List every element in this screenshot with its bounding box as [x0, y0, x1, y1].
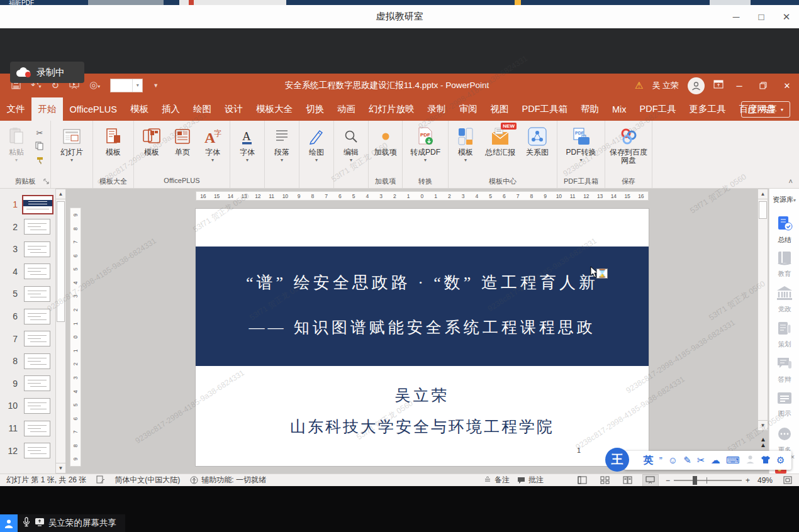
tab-绘图[interactable]: 绘图	[187, 97, 218, 121]
ribbon-button-PDF转换[interactable]: PDFPDF转换▾	[562, 125, 601, 163]
resource-item-总结[interactable]: 总结	[769, 215, 799, 245]
thumbnail-row-10[interactable]: 10	[0, 395, 55, 416]
thumbnail-slide-11[interactable]	[24, 421, 50, 436]
tab-PDF工具箱[interactable]: PDF工具箱	[515, 97, 574, 121]
tab-开始[interactable]: 开始	[31, 97, 63, 121]
thumbnail-slide-2[interactable]	[24, 219, 50, 235]
view-slideshow-button[interactable]	[643, 475, 658, 486]
styles-icon[interactable]: ◎▾	[89, 80, 100, 92]
tab-PDF工具[interactable]: PDF工具	[633, 97, 683, 121]
resource-item-党政[interactable]: 党政	[769, 285, 799, 314]
thumbnail-slide-12[interactable]	[24, 443, 50, 458]
zoom-slider-thumb[interactable]	[693, 476, 697, 485]
meeting-maximize-button[interactable]: □	[749, 5, 774, 28]
ime-tool-icon[interactable]: ☺	[668, 455, 678, 465]
browser-tab[interactable]	[179, 0, 286, 5]
ribbon-button-粘贴[interactable]: 粘贴▾	[3, 125, 30, 163]
ppt-restore-button[interactable]	[751, 74, 775, 97]
thumbnail-row-1[interactable]: 1	[0, 194, 55, 215]
ribbon-display-options-icon[interactable]	[713, 80, 724, 91]
tab-录制[interactable]: 录制	[421, 97, 452, 121]
resource-library-header[interactable]: 资源库▾	[769, 195, 799, 204]
notes-toggle[interactable]: 备注	[484, 475, 510, 485]
comments-toggle[interactable]: 批注	[517, 475, 544, 485]
thumbnail-row-7[interactable]: 7	[0, 328, 55, 350]
tab-插入[interactable]: 插入	[155, 97, 187, 121]
tab-更多工具[interactable]: 更多工具	[683, 97, 732, 121]
resource-item-教育[interactable]: 教育	[769, 250, 799, 279]
ime-tool-icon[interactable]: ☁	[711, 455, 720, 465]
tab-帮助[interactable]: 帮助	[574, 97, 606, 121]
tab-模板[interactable]: 模板	[124, 97, 155, 121]
ime-tool-icon[interactable]: ⚙	[776, 455, 785, 465]
slide-title-banner[interactable]: “谱” 绘安全思政路 · “数” 造工程育人新 —— 知识图谱赋能安全系统工程课…	[196, 247, 649, 366]
browser-tab[interactable]	[710, 0, 751, 5]
thumbnail-scroll-up-icon[interactable]: ▲	[55, 189, 66, 199]
copy-icon[interactable]	[35, 141, 44, 153]
tab-OfficePLUS[interactable]: OfficePLUS	[63, 97, 124, 121]
accessibility-status[interactable]: 辅助功能: 一切就绪	[190, 475, 266, 485]
ribbon-button-编辑[interactable]: 编辑▾	[337, 125, 366, 163]
language-status[interactable]: 简体中文(中国大陆)	[115, 475, 180, 485]
zoom-slider-track[interactable]	[674, 480, 742, 481]
main-scrollbar-thumb[interactable]	[759, 201, 767, 219]
mic-icon[interactable]	[23, 517, 30, 529]
ime-tool-icon[interactable]: ”	[659, 455, 662, 465]
fit-to-window-icon[interactable]	[780, 475, 795, 486]
quick-access-combobox[interactable]: ▾	[110, 79, 143, 92]
ime-logo-icon[interactable]: 王	[605, 448, 629, 472]
thumbnail-row-2[interactable]: 2	[0, 216, 55, 238]
zoom-percentage[interactable]: 49%	[757, 476, 773, 485]
thumbnail-slide-4[interactable]	[24, 263, 50, 279]
thumbnail-row-6[interactable]: 6	[0, 306, 55, 327]
zoom-out-icon[interactable]: −	[666, 476, 670, 485]
tab-幻灯片放映[interactable]: 幻灯片放映	[362, 97, 422, 121]
tab-切换[interactable]: 切换	[299, 97, 331, 121]
thumbnail-row-12[interactable]: 12	[0, 440, 55, 462]
ribbon-button-幻灯片[interactable]: 幻灯片▾	[53, 125, 90, 163]
ppt-minimize-button[interactable]: ─	[727, 74, 751, 97]
main-scrollbar[interactable]	[757, 189, 768, 431]
thumbnail-row-4[interactable]: 4	[0, 261, 55, 282]
thumbnail-row-9[interactable]: 9	[0, 373, 55, 394]
tab-Mix[interactable]: Mix	[606, 97, 634, 121]
ribbon-button-段落[interactable]: 段落▾	[267, 125, 296, 163]
slide-canvas[interactable]: “谱” 绘安全思政路 · “数” 造工程育人新 —— 知识图谱赋能安全系统工程课…	[196, 209, 649, 466]
avatar[interactable]	[688, 77, 705, 94]
resource-item-策划[interactable]: 策划	[769, 321, 799, 349]
ribbon-button-模板[interactable]: 模板▾	[451, 125, 480, 163]
tab-文件[interactable]: 文件	[0, 97, 31, 121]
ribbon-button-转成PDF[interactable]: PDF转成PDF▾	[405, 125, 445, 163]
ime-tool-icon[interactable]: ✎	[683, 455, 691, 465]
cut-icon[interactable]: ✂	[36, 127, 43, 138]
ribbon-button-加载项[interactable]: 加载项	[374, 125, 397, 157]
share-button[interactable]: 共享 ▾	[741, 101, 790, 118]
thumbnail-slide-8[interactable]	[24, 353, 50, 369]
tab-审阅[interactable]: 审阅	[452, 97, 484, 121]
thumbnail-slide-5[interactable]	[24, 286, 50, 302]
ribbon-button-关系图[interactable]: 关系图	[520, 125, 554, 157]
ime-mode-label[interactable]: 英	[644, 455, 654, 465]
thumbnail-row-5[interactable]: 5	[0, 283, 55, 304]
ppt-close-button[interactable]: ✕	[775, 74, 799, 97]
warning-icon[interactable]: ⚠	[635, 80, 643, 91]
screen-share-indicator[interactable]: 吴立荣的屏幕共享	[0, 514, 125, 532]
resource-item-答辩[interactable]: 答辩	[769, 356, 799, 384]
tab-设计[interactable]: 设计	[218, 97, 250, 121]
tab-动画[interactable]: 动画	[331, 97, 362, 121]
ribbon-button-保存到百度网盘[interactable]: 保存到百度网盘	[608, 125, 649, 165]
ribbon-button-绘图[interactable]: 绘图▾	[302, 125, 331, 163]
thumbnail-slide-9[interactable]	[24, 375, 50, 391]
ime-tool-icon[interactable]: ⌨	[726, 455, 740, 465]
thumbnail-slide-6[interactable]	[24, 309, 50, 324]
ribbon-button-模板[interactable]: 模板	[137, 125, 167, 157]
main-scroll-up-icon[interactable]: ▲	[757, 189, 768, 199]
ribbon-button-模板[interactable]: 模板	[97, 125, 130, 157]
view-reading-button[interactable]	[620, 475, 635, 486]
qat-overflow-caret-icon[interactable]: ▼	[153, 80, 159, 91]
account-name[interactable]: 吴 立荣	[652, 80, 679, 91]
thumbnail-row-3[interactable]: 3	[0, 238, 55, 260]
ribbon-button-字体[interactable]: A字体▾	[233, 125, 262, 163]
thumbnail-slide-7[interactable]	[24, 331, 50, 346]
collapse-ribbon-icon[interactable]: ˄	[789, 177, 793, 185]
